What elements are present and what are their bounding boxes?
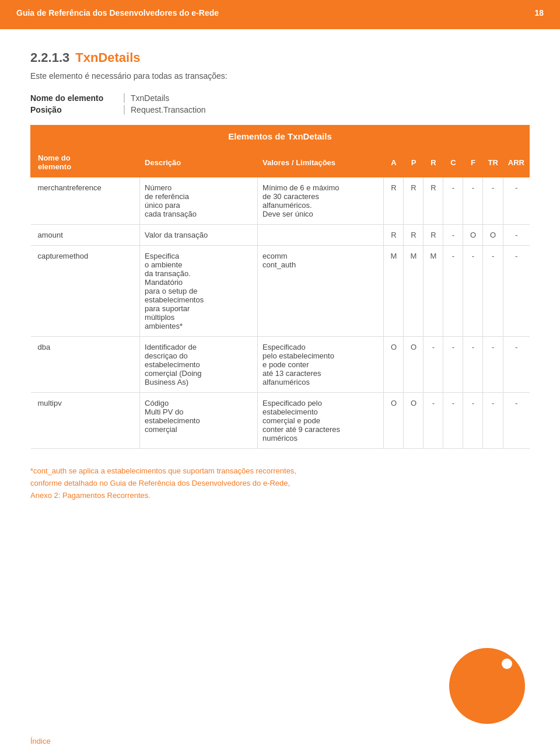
section-title: TxnDetails	[75, 50, 140, 65]
col-header-nome: Nome doelemento	[31, 148, 140, 177]
section-number: 2.2.1.3	[30, 50, 69, 65]
main-content: 2.2.1.3 TxnDetails Este elemento é neces…	[0, 29, 560, 548]
cell-valores	[258, 225, 384, 246]
cell-f: O	[463, 225, 483, 246]
cell-nome: multipv	[31, 393, 140, 449]
header-page-number: 18	[534, 8, 544, 18]
col-header-arr: ARR	[503, 148, 529, 177]
cell-nome: dba	[31, 337, 140, 393]
info-row-nome: Nome do elemento TxnDetails	[30, 93, 530, 103]
section-heading: 2.2.1.3 TxnDetails	[30, 50, 530, 65]
cell-descricao: Identificador dedescriçao doestabelecime…	[140, 337, 258, 393]
table-row: multipvCódigoMulti PV doestabelecimentoc…	[31, 393, 530, 449]
page-header: Guia de Referência dos Desenvolvedores d…	[0, 0, 560, 26]
cell-f: -	[463, 177, 483, 225]
col-header-valores: Valores / Limitações	[258, 148, 384, 177]
col-header-r: R	[424, 148, 443, 177]
cell-nome: capturemethod	[31, 246, 140, 337]
cell-nome: amount	[31, 225, 140, 246]
cell-c: -	[443, 177, 463, 225]
cell-arr: -	[503, 246, 529, 337]
cell-p: R	[404, 177, 424, 225]
elements-table: Elementos de TxnDetails Nome doelemento …	[30, 125, 530, 449]
cell-tr: -	[483, 246, 503, 337]
cell-tr: -	[483, 393, 503, 449]
cell-a: M	[384, 246, 404, 337]
col-header-f: F	[463, 148, 483, 177]
table-title: Elementos de TxnDetails	[31, 126, 530, 148]
cell-valores: Especificadopelo estabelecimentoe pode c…	[258, 337, 384, 393]
cell-valores: Especificado peloestabelecimentocomerçia…	[258, 393, 384, 449]
col-header-a: A	[384, 148, 404, 177]
cell-p: M	[404, 246, 424, 337]
cell-r: R	[424, 225, 443, 246]
table-row: dbaIdentificador dedescriçao doestabelec…	[31, 337, 530, 393]
cell-r: -	[424, 337, 443, 393]
cell-descricao: CódigoMulti PV doestabelecimentocomerçia…	[140, 393, 258, 449]
cell-arr: -	[503, 225, 529, 246]
col-header-c: C	[443, 148, 463, 177]
header-title: Guia de Referência dos Desenvolvedores d…	[16, 8, 219, 18]
col-header-p: P	[404, 148, 424, 177]
info-row-posicao: Posição Request.Transaction	[30, 105, 530, 114]
cell-valores: Mínimo de 6 e máximode 30 caracteresalfa…	[258, 177, 384, 225]
cell-a: R	[384, 177, 404, 225]
cell-a: O	[384, 393, 404, 449]
info-table: Nome do elemento TxnDetails Posição Requ…	[30, 93, 530, 114]
info-label-posicao: Posição	[30, 105, 124, 114]
footer-index-link[interactable]: Índice	[30, 737, 51, 745]
info-value-posicao: Request.Transaction	[124, 105, 206, 114]
cell-tr: O	[483, 225, 503, 246]
cell-p: O	[404, 393, 424, 449]
cell-f: -	[463, 246, 483, 337]
cell-c: -	[443, 246, 463, 337]
cell-r: M	[424, 246, 443, 337]
info-label-nome: Nome do elemento	[30, 93, 124, 103]
cell-a: R	[384, 225, 404, 246]
cell-c: -	[443, 225, 463, 246]
cell-p: R	[404, 225, 424, 246]
col-header-tr: TR	[483, 148, 503, 177]
cell-p: O	[404, 337, 424, 393]
cell-a: O	[384, 337, 404, 393]
table-row: amountValor da transaçãoRRR-OO-	[31, 225, 530, 246]
cell-r: -	[424, 393, 443, 449]
cell-arr: -	[503, 393, 529, 449]
cell-valores: ecommcont_auth	[258, 246, 384, 337]
cell-f: -	[463, 393, 483, 449]
cell-tr: -	[483, 177, 503, 225]
info-value-nome: TxnDetails	[124, 93, 169, 103]
table-columns-row: Nome doelemento Descrição Valores / Limi…	[31, 148, 530, 177]
cell-descricao: Especificao ambienteda transação.Mandató…	[140, 246, 258, 337]
table-header: Elementos de TxnDetails	[31, 126, 530, 148]
cell-r: R	[424, 177, 443, 225]
cell-c: -	[443, 393, 463, 449]
cell-c: -	[443, 337, 463, 393]
footer-note: *cont_auth se aplica a estabelecimentos …	[30, 465, 530, 501]
cell-arr: -	[503, 337, 529, 393]
cell-descricao: Númerode referênciaúnico paracada transa…	[140, 177, 258, 225]
cell-tr: -	[483, 337, 503, 393]
table-row: capturemethodEspecificao ambienteda tran…	[31, 246, 530, 337]
col-header-descricao: Descrição	[140, 148, 258, 177]
table-row: merchantreferenceNúmerode referênciaúnic…	[31, 177, 530, 225]
cell-nome: merchantreference	[31, 177, 140, 225]
cell-f: -	[463, 337, 483, 393]
cell-arr: -	[503, 177, 529, 225]
section-description: Este elemento é necessário para todas as…	[30, 71, 530, 81]
cell-descricao: Valor da transação	[140, 225, 258, 246]
decorative-circle	[449, 648, 525, 724]
